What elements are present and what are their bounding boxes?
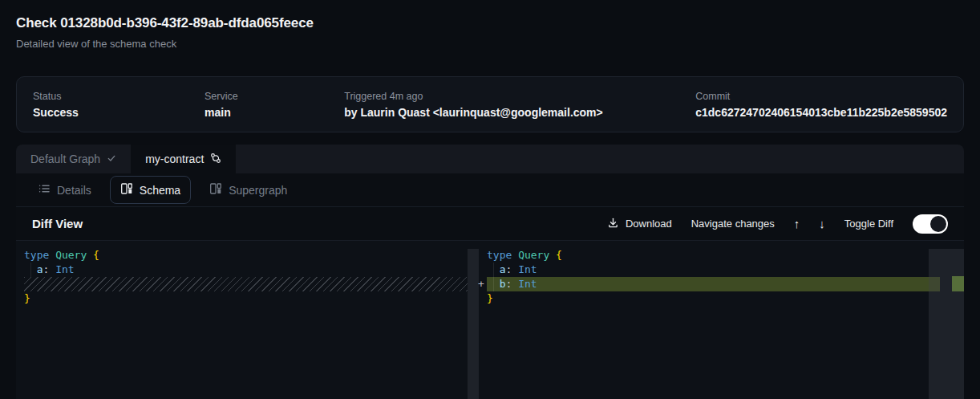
right-pane-scrollbar[interactable] xyxy=(929,249,964,399)
diff-pane-left: type Query { a: Int} xyxy=(16,241,468,399)
left-pane-scrollbar[interactable] xyxy=(468,249,479,399)
triggered-label: Triggered 4m ago xyxy=(344,91,695,102)
code-line: } xyxy=(487,291,964,306)
code-line: a: Int xyxy=(24,263,468,277)
code-line: a: Int xyxy=(487,263,964,277)
commit-hash: c1dc62724702406154013cbe11b225b2e5859502 xyxy=(695,106,947,119)
page-subtitle: Detailed view of the schema check xyxy=(16,37,964,51)
check-icon xyxy=(107,153,116,165)
tab-schema-label: Schema xyxy=(140,184,180,197)
indent-guide xyxy=(493,263,494,291)
tab-details[interactable]: Details xyxy=(27,176,102,204)
download-label: Download xyxy=(626,218,672,230)
next-change-button[interactable]: ↓ xyxy=(819,217,825,230)
tab-my-contract[interactable]: my-contract xyxy=(131,145,236,173)
schema-check-page: Check 01328b0d-b396-43f2-89ab-dfda065fee… xyxy=(0,0,980,399)
toggle-diff-label: Toggle Diff xyxy=(844,218,893,230)
status-value: Success xyxy=(33,106,205,119)
code-before: type Query { a: Int} xyxy=(16,241,468,306)
code-line: type Query { xyxy=(24,248,468,263)
view-tab-bar: Details Schema Supergraph xyxy=(16,173,964,207)
added-change-overview-marker xyxy=(952,276,964,291)
diff-controls: Download Navigate changes ↑ ↓ Toggle Dif… xyxy=(607,214,948,234)
tab-supergraph-label: Supergraph xyxy=(229,184,287,197)
triggered-value: by Laurin Quast <laurinquast@googlemail.… xyxy=(344,106,695,119)
navigate-changes-button[interactable]: Navigate changes xyxy=(691,218,775,230)
arrow-up-icon: ↑ xyxy=(794,217,800,230)
code-line: } xyxy=(24,291,468,306)
code-line-added: b: Int xyxy=(487,277,964,291)
download-icon xyxy=(607,217,619,231)
code-line-spacer xyxy=(24,277,468,291)
tab-default-graph[interactable]: Default Graph xyxy=(16,145,131,173)
toggle-diff-switch[interactable] xyxy=(913,214,948,234)
diff-editor: type Query { a: Int} + type Query { a: I… xyxy=(16,241,964,399)
columns-icon xyxy=(120,182,133,197)
code-line: type Query { xyxy=(487,248,964,263)
tab-default-graph-label: Default Graph xyxy=(30,153,100,165)
check-summary-card: Status Success Service main Triggered 4m… xyxy=(16,76,964,132)
page-title: Check 01328b0d-b396-43f2-89ab-dfda065fee… xyxy=(16,14,964,32)
summary-commit: Commit c1dc62724702406154013cbe11b225b2e… xyxy=(695,91,947,119)
indent-guide xyxy=(30,263,31,277)
tab-details-label: Details xyxy=(57,184,91,197)
service-label: Service xyxy=(205,91,344,102)
page-header: Check 01328b0d-b396-43f2-89ab-dfda065fee… xyxy=(16,0,964,51)
previous-change-button[interactable]: ↑ xyxy=(794,217,800,230)
list-icon xyxy=(38,182,51,197)
navigate-changes-label: Navigate changes xyxy=(691,218,775,230)
check-detail-panel: Details Schema Supergraph Diff View Down… xyxy=(16,173,964,399)
switch-knob xyxy=(930,216,946,232)
tab-supergraph[interactable]: Supergraph xyxy=(199,176,298,204)
code-after: type Query { a: Int b: Int} xyxy=(487,241,964,306)
summary-triggered: Triggered 4m ago by Laurin Quast <laurin… xyxy=(344,91,695,119)
summary-status: Status Success xyxy=(33,91,205,119)
summary-service: Service main xyxy=(205,91,344,119)
added-line-marker: + xyxy=(478,277,484,291)
tab-my-contract-label: my-contract xyxy=(145,153,204,165)
service-value: main xyxy=(205,106,344,119)
tab-schema[interactable]: Schema xyxy=(110,176,191,204)
graph-tab-bar: Default Graph my-contract xyxy=(16,145,964,173)
arrow-down-icon: ↓ xyxy=(819,217,825,230)
git-compare-icon xyxy=(210,153,221,166)
download-button[interactable]: Download xyxy=(607,217,672,231)
columns-icon xyxy=(209,182,222,197)
diff-pane-right: type Query { a: Int b: Int} xyxy=(487,241,964,399)
diff-toolbar: Diff View Download Navigate changes ↑ ↓ … xyxy=(16,207,964,241)
diff-view-title: Diff View xyxy=(32,217,83,230)
commit-label: Commit xyxy=(695,91,947,102)
status-label: Status xyxy=(33,91,205,102)
